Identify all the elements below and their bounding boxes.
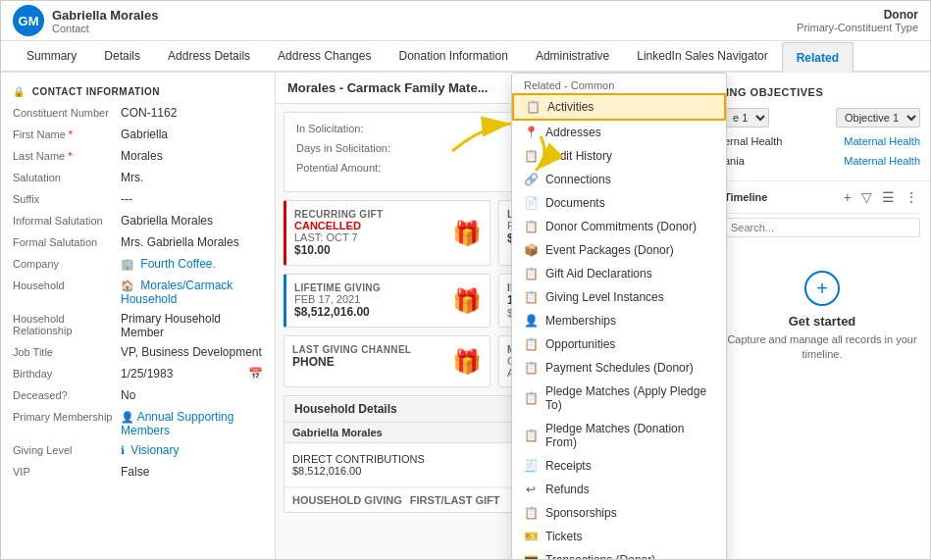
connections-icon: 🔗 xyxy=(524,173,538,186)
dropdown-item-connections[interactable]: 🔗 Connections xyxy=(512,168,726,191)
field-last-name: Last Name * Morales xyxy=(1,146,275,168)
avatar: GM xyxy=(13,5,44,36)
giving-level-instances-label: Giving Level Instances xyxy=(545,290,664,304)
dropdown-item-transactions-donor[interactable]: 💳 Transactions (Donor) xyxy=(512,548,726,559)
timeline-plus-circle[interactable]: + xyxy=(804,271,840,306)
last-giving-channel-card: LAST GIVING CHANNEL PHONE 🎁 xyxy=(284,335,491,387)
field-value-constituent: CON-1162 xyxy=(121,106,263,120)
objective-row-1: ernal Health Maternal Health xyxy=(714,131,930,151)
field-formal-salutation: Formal Salutation Mrs. Gabriella Morales xyxy=(1,232,275,254)
tab-linkedin[interactable]: LinkedIn Sales Navigator xyxy=(623,41,781,73)
timeline-header: Timeline + ▽ ☰ ⋮ xyxy=(714,181,930,213)
event-packages-label: Event Packages (Donor) xyxy=(545,243,674,257)
dropdown-item-donor-commitments[interactable]: 📋 Donor Commitments (Donor) xyxy=(512,215,726,238)
field-value-jobtitle[interactable]: VP, Business Development xyxy=(121,345,263,359)
field-constituent-number: Constituent Number CON-1162 xyxy=(1,103,275,125)
opportunities-icon: 📋 xyxy=(524,337,538,351)
field-label-vip: VIP xyxy=(13,465,121,478)
giving-level-link[interactable]: Visionary xyxy=(130,443,179,457)
dropdown-item-audit-history[interactable]: 📋 Audit History xyxy=(512,144,726,168)
dropdown-item-receipts[interactable]: 🧾 Receipts xyxy=(512,454,726,478)
dropdown-item-giving-level[interactable]: 📋 Giving Level Instances xyxy=(512,285,726,309)
field-label-constituent: Constituent Number xyxy=(13,106,121,119)
field-label-birthday: Birthday xyxy=(13,367,121,380)
calendar-icon[interactable]: 📅 xyxy=(248,367,263,381)
dropdown-item-pledge-donation[interactable]: 📋 Pledge Matches (Donation From) xyxy=(512,417,726,454)
addresses-icon: 📍 xyxy=(524,126,538,139)
tab-donation-info[interactable]: Donation Information xyxy=(385,41,521,73)
field-label-company: Company xyxy=(13,257,121,270)
field-salutation: Salutation Mrs. xyxy=(1,168,275,189)
timeline-more-btn[interactable]: ⋮ xyxy=(903,187,920,207)
recurring-gift-card: RECURRING GIFT CANCELLED LAST: OCT 7 $10… xyxy=(284,200,491,266)
field-value-formal[interactable]: Mrs. Gabriella Morales xyxy=(121,235,263,249)
obj-col2-1: Maternal Health xyxy=(844,135,920,147)
dropdown-item-activities[interactable]: 📋 Activities xyxy=(512,93,726,121)
field-label-deceased: Deceased? xyxy=(13,388,121,401)
pledge-donation-icon: 📋 xyxy=(524,429,538,442)
company-link[interactable]: Fourth Coffee. xyxy=(140,257,216,271)
payment-schedules-label: Payment Schedules (Donor) xyxy=(545,361,694,375)
field-primary-membership: Primary Membership 👤 Annual Supporting M… xyxy=(1,407,275,440)
tab-related[interactable]: Related xyxy=(782,42,853,73)
field-label-household: Household xyxy=(13,279,121,291)
obj-col2-2: Maternal Health xyxy=(844,155,920,167)
filter-select-2[interactable]: Objective 1 xyxy=(836,108,920,127)
field-value-membership[interactable]: 👤 Annual Supporting Members xyxy=(121,410,263,437)
field-value-informal[interactable]: Gabriella Morales xyxy=(121,214,263,228)
field-value-salutation[interactable]: Mrs. xyxy=(121,171,263,184)
contact-type: Contact xyxy=(52,23,158,34)
dropdown-item-pledge-apply[interactable]: 📋 Pledge Matches (Apply Pledge To) xyxy=(512,380,726,417)
field-job-title: Job Title VP, Business Development xyxy=(1,342,275,364)
dropdown-item-payment-schedules[interactable]: 📋 Payment Schedules (Donor) xyxy=(512,356,726,380)
field-value-deceased[interactable]: No xyxy=(121,388,263,402)
tab-administrative[interactable]: Administrative xyxy=(522,41,623,73)
dropdown-item-refunds[interactable]: ↩ Refunds xyxy=(512,478,726,501)
dropdown-item-documents[interactable]: 📄 Documents xyxy=(512,191,726,215)
dropdown-item-gift-aid[interactable]: 📋 Gift Aid Declarations xyxy=(512,262,726,285)
timeline-list-btn[interactable]: ☰ xyxy=(880,187,897,207)
tab-details[interactable]: Details xyxy=(90,41,154,73)
dropdown-item-tickets[interactable]: 🎫 Tickets xyxy=(512,525,726,548)
field-label-membership: Primary Membership xyxy=(13,410,121,423)
activities-label: Activities xyxy=(547,100,594,114)
field-label-salutation: Salutation xyxy=(13,171,121,183)
membership-link[interactable]: Annual Supporting Members xyxy=(121,410,233,437)
dropdown-item-memberships[interactable]: 👤 Memberships xyxy=(512,309,726,332)
timeline-search[interactable] xyxy=(714,214,930,241)
tab-address-changes[interactable]: Address Changes xyxy=(264,41,385,73)
field-value-firstname[interactable]: Gabriella xyxy=(121,127,263,141)
field-value-giving-level[interactable]: ℹ Visionary xyxy=(121,443,263,457)
objectives-title: ING OBJECTIVES xyxy=(714,82,930,104)
timeline-filter-btn[interactable]: ▽ xyxy=(859,187,874,207)
household-link[interactable]: Morales/Carmack Household xyxy=(121,279,233,306)
field-label-giving-level: Giving Level xyxy=(13,443,121,456)
timeline-add-btn[interactable]: + xyxy=(842,187,853,207)
solicitation-label: In Solicitation: xyxy=(296,123,363,136)
contact-name: Gabriella Morales xyxy=(52,8,158,23)
connections-label: Connections xyxy=(545,173,611,186)
dropdown-item-event-packages[interactable]: 📦 Event Packages (Donor) xyxy=(512,238,726,262)
dropdown-item-addresses[interactable]: 📍 Addresses xyxy=(512,121,726,144)
field-first-name: First Name * Gabriella xyxy=(1,125,275,146)
timeline-search-input[interactable] xyxy=(724,218,920,237)
field-value-company[interactable]: 🏢 Fourth Coffee. xyxy=(121,257,263,271)
tab-address-details[interactable]: Address Details xyxy=(154,41,264,73)
field-value-lastname[interactable]: Morales xyxy=(121,149,263,163)
dropdown-item-opportunities[interactable]: 📋 Opportunities xyxy=(512,332,726,356)
field-value-suffix[interactable]: --- xyxy=(121,192,263,206)
filter-select-1[interactable]: e 1 xyxy=(724,108,769,127)
gift-aid-icon: 📋 xyxy=(524,267,538,280)
tab-summary[interactable]: Summary xyxy=(13,41,90,73)
field-giving-level: Giving Level ℹ Visionary xyxy=(1,440,275,462)
first-last-gift-label: FIRST/LAST GIFT xyxy=(410,494,500,506)
potential-label: Potential Amount: xyxy=(296,162,381,176)
main-content: 🔒 CONTACT INFORMATION Constituent Number… xyxy=(1,73,930,559)
field-value-birthday[interactable]: 1/25/1983 xyxy=(121,367,248,381)
header-left: GM Gabriella Morales Contact xyxy=(13,5,158,36)
field-value-household[interactable]: 🏠 Morales/Carmack Household xyxy=(121,279,263,306)
field-label-informal: Informal Salutation xyxy=(13,214,121,227)
donor-commitments-icon: 📋 xyxy=(524,220,538,233)
dropdown-item-sponsorships[interactable]: 📋 Sponsorships xyxy=(512,501,726,525)
transactions-donor-label: Transactions (Donor) xyxy=(545,553,655,559)
